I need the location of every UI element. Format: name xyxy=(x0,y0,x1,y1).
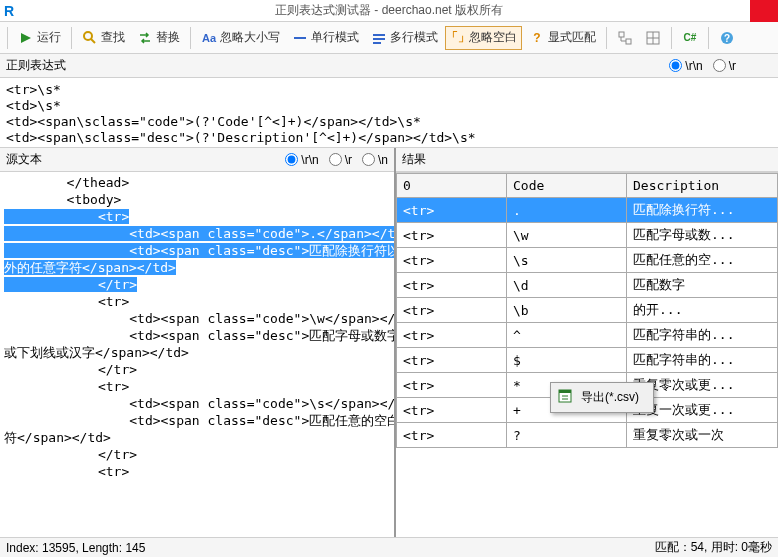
source-line: </tr> xyxy=(0,361,394,378)
source-header: 源文本 \r\n \r \n xyxy=(0,148,394,172)
source-line: <tr> xyxy=(0,463,394,480)
source-label: 源文本 xyxy=(6,151,42,168)
table-cell: 的开... xyxy=(627,298,778,323)
table-row[interactable]: <tr>.匹配除换行符... xyxy=(397,198,778,223)
column-header[interactable]: Code xyxy=(507,174,627,198)
singleline-icon xyxy=(292,30,308,46)
table-cell: 匹配字符串的... xyxy=(627,323,778,348)
table-cell: <tr> xyxy=(397,398,507,423)
status-right: 匹配：54, 用时: 0毫秒 xyxy=(655,539,772,556)
table-row[interactable]: <tr>\s匹配任意的空... xyxy=(397,248,778,273)
table-cell: \b xyxy=(507,298,627,323)
table-row[interactable]: <tr>$匹配字符串的... xyxy=(397,348,778,373)
results-header: 结果 xyxy=(396,148,778,172)
table-cell: <tr> xyxy=(397,198,507,223)
find-button[interactable]: 查找 xyxy=(77,26,130,50)
column-header[interactable]: 0 xyxy=(397,174,507,198)
tool-tree-button[interactable] xyxy=(612,26,638,50)
table-cell: 匹配字母或数... xyxy=(627,223,778,248)
regex-newline-group: \r\n \r \n xyxy=(669,59,772,73)
tool-grid-button[interactable] xyxy=(640,26,666,50)
src-radio-n[interactable]: \n xyxy=(362,153,388,167)
table-cell: 匹配任意的空... xyxy=(627,248,778,273)
tree-icon xyxy=(617,30,633,46)
column-header[interactable]: Description xyxy=(627,174,778,198)
source-line: <td><span class="desc">匹配任意的空白 xyxy=(0,412,394,429)
svg-rect-6 xyxy=(373,42,381,44)
help-icon: ? xyxy=(719,30,735,46)
table-cell: <tr> xyxy=(397,248,507,273)
table-cell: 匹配数字 xyxy=(627,273,778,298)
table-cell: . xyxy=(507,198,627,223)
csharp-icon: C# xyxy=(682,30,698,46)
case-icon: Aa xyxy=(201,30,217,46)
svg-line-2 xyxy=(91,39,95,43)
table-row[interactable]: <tr>\w匹配字母或数... xyxy=(397,223,778,248)
title-bar: R 正则表达式测试器 - deerchao.net 版权所有 xyxy=(0,0,778,22)
app-icon: R xyxy=(4,3,14,19)
export-csv-menuitem[interactable]: 导出(*.csv) xyxy=(553,385,651,410)
source-line: <td><span class="desc">匹配字母或数字 xyxy=(0,327,394,344)
source-line: <td><span class="code">.</span></td> xyxy=(0,225,394,242)
source-text[interactable]: </thead> <tbody> <tr> <td><span class="c… xyxy=(0,172,394,537)
help-button[interactable]: ? xyxy=(714,26,740,50)
ignore-case-button[interactable]: Aa 忽略大小写 xyxy=(196,26,285,50)
grid-icon xyxy=(645,30,661,46)
regex-label: 正则表达式 xyxy=(6,57,66,74)
source-line: <td><span class="desc">匹配除换行符以 xyxy=(0,242,394,259)
table-cell: 匹配除换行符... xyxy=(627,198,778,223)
table-row[interactable]: <tr>^匹配字符串的... xyxy=(397,323,778,348)
explicit-capture-button[interactable]: ? 显式匹配 xyxy=(524,26,601,50)
tool-csharp-button[interactable]: C# xyxy=(677,26,703,50)
replace-button[interactable]: 替换 xyxy=(132,26,185,50)
table-cell: \d xyxy=(507,273,627,298)
table-cell: <tr> xyxy=(397,298,507,323)
table-cell: \w xyxy=(507,223,627,248)
table-cell: <tr> xyxy=(397,273,507,298)
svg-rect-8 xyxy=(626,39,631,44)
svg-rect-3 xyxy=(294,37,306,39)
table-cell: $ xyxy=(507,348,627,373)
src-radio-rn[interactable]: \r\n xyxy=(285,153,318,167)
table-cell: <tr> xyxy=(397,323,507,348)
source-line: 符</span></td> xyxy=(0,429,394,446)
table-cell: <tr> xyxy=(397,423,507,448)
search-icon xyxy=(82,30,98,46)
table-cell: <tr> xyxy=(397,223,507,248)
source-line: <td><span class="code">\w</span></td> xyxy=(0,310,394,327)
export-icon xyxy=(557,388,573,404)
source-line: 或下划线或汉字</span></td> xyxy=(0,344,394,361)
source-line: <tbody> xyxy=(0,191,394,208)
close-window-button[interactable] xyxy=(750,0,778,22)
source-newline-group: \r\n \r \n xyxy=(285,153,388,167)
window-title: 正则表达式测试器 - deerchao.net 版权所有 xyxy=(275,2,503,19)
table-row[interactable]: <tr>\b的开... xyxy=(397,298,778,323)
singleline-button[interactable]: 单行模式 xyxy=(287,26,364,50)
svg-point-1 xyxy=(84,32,92,40)
multiline-icon xyxy=(371,30,387,46)
src-radio-r[interactable]: \r xyxy=(329,153,352,167)
whitespace-icon: 「」 xyxy=(450,30,466,46)
source-line: </thead> xyxy=(0,174,394,191)
explicit-icon: ? xyxy=(529,30,545,46)
regex-input[interactable]: <tr>\s* <td>\s* <td><span\sclass="code">… xyxy=(0,78,778,148)
status-left: Index: 13595, Length: 145 xyxy=(6,541,145,555)
svg-rect-5 xyxy=(373,38,385,40)
radio-rn[interactable]: \r\n xyxy=(669,59,702,73)
svg-text:?: ? xyxy=(724,33,730,44)
run-button[interactable]: 运行 xyxy=(13,26,66,50)
toolbar: 运行 查找 替换 Aa 忽略大小写 单行模式 多行模式 「」 忽略空白 ? 显式… xyxy=(0,22,778,54)
source-line: </tr> xyxy=(0,446,394,463)
table-cell: 匹配字符串的... xyxy=(627,348,778,373)
svg-marker-0 xyxy=(21,33,31,43)
svg-rect-4 xyxy=(373,34,385,36)
ignore-whitespace-button[interactable]: 「」 忽略空白 xyxy=(445,26,522,50)
multiline-button[interactable]: 多行模式 xyxy=(366,26,443,50)
table-row[interactable]: <tr>?重复零次或一次 xyxy=(397,423,778,448)
table-row[interactable]: <tr>\d匹配数字 xyxy=(397,273,778,298)
table-cell: <tr> xyxy=(397,373,507,398)
results-table-container: 0CodeDescription <tr>.匹配除换行符...<tr>\w匹配字… xyxy=(396,172,778,537)
source-line: </tr> xyxy=(0,276,394,293)
radio-r[interactable]: \r xyxy=(713,59,736,73)
context-menu: 导出(*.csv) xyxy=(550,382,654,413)
